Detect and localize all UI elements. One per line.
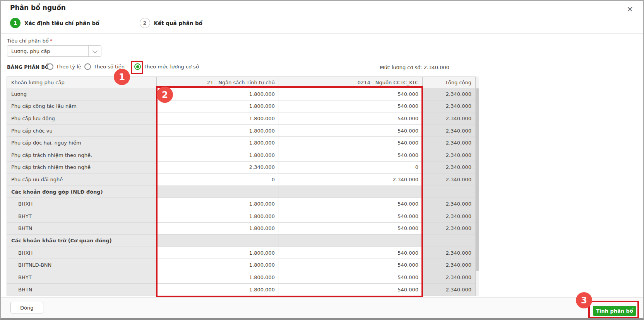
- value-cell[interactable]: 540.000: [279, 125, 423, 137]
- value-cell: [279, 235, 423, 247]
- value-cell[interactable]: 0: [279, 162, 423, 174]
- value-cell[interactable]: 1.800.000: [157, 112, 279, 124]
- close-icon[interactable]: ✕: [627, 5, 633, 13]
- value-cell[interactable]: 540.000: [279, 223, 423, 235]
- value-cell[interactable]: 540.000: [279, 88, 423, 100]
- table-row: BHTN1.800.000540.0002.340.000: [7, 284, 475, 296]
- value-cell[interactable]: 1.800.000: [157, 137, 279, 149]
- value-cell[interactable]: 2.340.000: [279, 174, 423, 186]
- table-row: Phụ cấp ưu đãi nghề02.340.0002.340.000: [7, 174, 475, 186]
- radio-unchecked-icon[interactable]: [47, 63, 53, 70]
- radio-option-3[interactable]: Theo mức lương cơ sở: [134, 63, 199, 70]
- row-label-cell: BHTN: [7, 223, 157, 235]
- value-cell[interactable]: 540.000: [279, 112, 423, 124]
- total-cell: 2.340.000: [423, 247, 475, 259]
- value-cell[interactable]: 540.000: [279, 247, 423, 259]
- total-cell: [423, 186, 475, 198]
- value-cell[interactable]: 0: [157, 174, 279, 186]
- table-row: Lương1.800.000540.0002.340.000: [7, 88, 475, 100]
- value-cell[interactable]: 540.000: [279, 210, 423, 222]
- table-row: Phụ cấp trách nhiệm theo nghề.1.800.0005…: [7, 149, 475, 162]
- value-cell[interactable]: 1.800.000: [157, 88, 279, 100]
- column-header: 0214 - Nguồn CCTC_KTC: [279, 77, 423, 88]
- group-row: Các khoản khấu trừ (Cơ quan đóng): [7, 235, 475, 247]
- value-cell[interactable]: 1.800.000: [157, 284, 279, 296]
- row-label-cell: BHXH: [7, 198, 157, 210]
- column-header: Tổng cộng: [423, 77, 475, 88]
- row-label-cell: Các khoản đóng góp (NLĐ đóng): [7, 186, 157, 198]
- scrollbar-thumb[interactable]: [476, 88, 479, 271]
- criteria-select-value: Lương, phụ cấp: [7, 48, 88, 54]
- row-label-cell: Phụ cấp chức vụ: [7, 125, 157, 137]
- total-cell: 2.340.000: [423, 88, 475, 100]
- value-cell[interactable]: 540.000: [279, 137, 423, 149]
- value-cell[interactable]: 540.000: [279, 259, 423, 271]
- radio-checked-icon[interactable]: [134, 63, 141, 70]
- table-row: Phụ cấp chức vụ1.800.000540.0002.340.000: [7, 125, 475, 137]
- radio-unchecked-icon[interactable]: [84, 63, 91, 70]
- value-cell[interactable]: 1.800.000: [157, 100, 279, 112]
- group-row: Các khoản đóng góp (NLĐ đóng): [7, 186, 475, 198]
- value-cell[interactable]: 2.340.000: [157, 162, 279, 174]
- column-header: 21 - Ngân sách Tỉnh tự chủ: [157, 77, 279, 88]
- row-label-cell: Phụ cấp trách nhiệm theo nghề.: [7, 149, 157, 161]
- value-cell[interactable]: 1.800.000: [157, 210, 279, 222]
- required-asterisk: *: [50, 38, 53, 44]
- value-cell[interactable]: 1.800.000: [157, 247, 279, 259]
- value-cell: [157, 186, 279, 198]
- base-salary-note: Mức lương cơ sở: 2.340.000: [380, 65, 449, 70]
- value-cell[interactable]: 540.000: [279, 271, 423, 283]
- value-cell[interactable]: 1.800.000: [157, 149, 279, 161]
- calculate-allocation-button[interactable]: Tính phân bổ: [593, 306, 636, 316]
- dialog-footer: Đóng: [1, 297, 643, 318]
- row-label-cell: BHXH: [7, 247, 157, 259]
- row-label-cell: Phụ cấp ưu đãi nghề: [7, 174, 157, 186]
- row-label-cell: Phụ cấp độc hại, nguy hiểm: [7, 137, 157, 149]
- criteria-label: Tiêu chí phân bổ*: [7, 38, 52, 44]
- row-label-cell: BHTN: [7, 284, 157, 296]
- table-row: BHYT1.800.000540.0002.340.000: [7, 271, 475, 284]
- table-row: Phụ cấp công tác lâu năm1.800.000540.000…: [7, 100, 475, 113]
- total-cell: 2.340.000: [423, 271, 475, 283]
- radio-option-label: Theo số tiền: [94, 64, 125, 70]
- table-row: BHTNLĐ-BNN1.800.000540.0002.340.000: [7, 259, 475, 271]
- criteria-select[interactable]: Lương, phụ cấp: [7, 45, 101, 57]
- value-cell: [157, 235, 279, 247]
- step-1-circle[interactable]: 1: [10, 18, 21, 28]
- select-arrow-box[interactable]: [88, 46, 101, 56]
- value-cell: [279, 186, 423, 198]
- radio-option-label: Theo mức lương cơ sở: [144, 64, 199, 70]
- row-label-cell: Các khoản khấu trừ (Cơ quan đóng): [7, 235, 157, 247]
- radio-option-2[interactable]: Theo số tiền: [84, 63, 125, 70]
- page-title: Phân bổ nguồn: [10, 4, 66, 12]
- close-button[interactable]: Đóng: [10, 302, 43, 313]
- value-cell[interactable]: 540.000: [279, 284, 423, 296]
- value-cell[interactable]: 1.800.000: [157, 271, 279, 283]
- table-row: BHYT1.800.000540.0002.340.000: [7, 210, 475, 223]
- step-2-circle[interactable]: 2: [140, 18, 150, 28]
- value-cell[interactable]: 540.000: [279, 100, 423, 112]
- total-cell: 2.340.000: [423, 100, 475, 112]
- step-connector: [105, 23, 134, 23]
- table-row: Phụ cấp độc hại, nguy hiểm1.800.000540.0…: [7, 137, 475, 149]
- table-row: Phụ cấp lưu động1.800.000540.0002.340.00…: [7, 112, 475, 125]
- allocation-section-title: BẢNG PHÂN BỔ: [7, 64, 49, 70]
- total-cell: 2.340.000: [423, 210, 475, 222]
- table-row: Phụ cấp trách nhiệm theo nghề2.340.00002…: [7, 162, 475, 174]
- radio-option-1[interactable]: Theo tỷ lệ: [47, 63, 81, 70]
- total-cell: 2.340.000: [423, 149, 475, 161]
- value-cell[interactable]: 1.800.000: [157, 198, 279, 210]
- value-cell[interactable]: 1.800.000: [157, 125, 279, 137]
- table-header-row: Khoản lương phụ cấp21 - Ngân sách Tỉnh t…: [7, 77, 475, 88]
- row-label-cell: Lương: [7, 88, 157, 100]
- value-cell[interactable]: 1.800.000: [157, 223, 279, 235]
- value-cell[interactable]: 540.000: [279, 149, 423, 161]
- value-cell[interactable]: 1.800.000: [157, 259, 279, 271]
- table-row: BHTN1.800.000540.0002.340.000: [7, 223, 475, 235]
- row-label-cell: Phụ cấp trách nhiệm theo nghề: [7, 162, 157, 174]
- value-cell[interactable]: 540.000: [279, 198, 423, 210]
- row-label-cell: Phụ cấp công tác lâu năm: [7, 100, 157, 112]
- total-cell: 2.340.000: [423, 174, 475, 186]
- total-cell: 2.340.000: [423, 137, 475, 149]
- table-row: BHXH1.800.000540.0002.340.000: [7, 247, 475, 259]
